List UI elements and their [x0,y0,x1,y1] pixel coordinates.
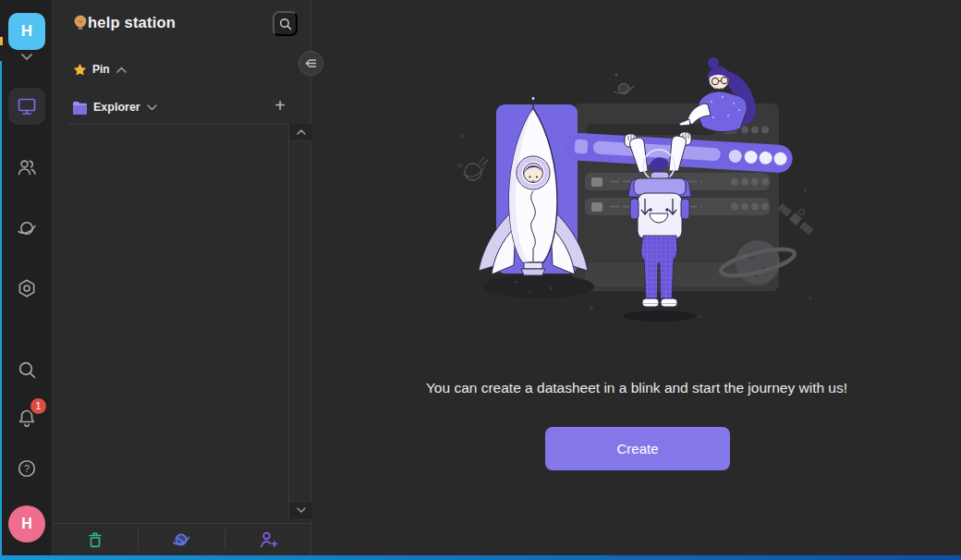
window-bottom-border [0,555,961,560]
search-icon [16,359,38,381]
svg-text:?: ? [24,463,30,474]
monitor-icon [16,95,38,117]
people-icon [16,156,38,178]
gear-icon [16,277,38,299]
folder-icon [72,101,88,115]
question-icon: ? [16,457,38,480]
left-rail: H [0,0,53,555]
chevron-down-icon [146,103,158,112]
pin-section-label: Pin [92,63,110,76]
rail-item-settings[interactable] [8,270,45,307]
empty-state-message: You can create a datasheet in a blink an… [312,380,961,396]
empty-state-illustration [434,51,832,337]
planet-icon [171,530,191,550]
app-window: H [0,0,961,560]
person-add-icon [258,530,278,550]
doodle-saturn-small [614,74,634,94]
catalog-section-label: Explorer [93,101,140,114]
space-title: help station [88,14,176,31]
planet-icon [16,217,38,239]
panel-search-button[interactable] [273,11,298,36]
rail-item-workbench[interactable] [8,88,45,125]
node-tree-empty [53,125,287,522]
collapse-sidebar-button[interactable] [298,51,323,76]
create-datasheet-button[interactable]: Create [545,427,730,470]
scroll-down-button[interactable] [289,501,312,518]
add-node-button[interactable]: + [269,95,291,117]
workspace-avatar[interactable]: H [8,13,45,50]
window-left-border [0,61,2,555]
rail-item-explore[interactable] [8,210,45,247]
chevron-down-icon[interactable] [17,51,37,64]
left-edge-marker [0,37,3,45]
notification-badge: 1 [30,398,46,414]
panel-footer [53,523,310,555]
user-avatar[interactable]: H [8,505,45,542]
search-icon [278,17,293,31]
rail-item-search[interactable] [8,351,45,388]
doodle-satellite [777,197,819,236]
trash-button[interactable] [53,524,138,555]
collapse-sidebar-icon [304,56,318,70]
invite-member-button[interactable] [225,524,310,555]
scroll-up-button[interactable] [289,124,312,141]
star-icon [73,63,87,77]
doodle-sketch-planet [458,135,489,181]
chevron-up-icon [116,66,128,74]
template-planet-button[interactable] [139,524,224,555]
trash-icon [86,530,104,549]
rail-item-contacts[interactable] [8,149,45,186]
tree-scrollbar[interactable] [288,124,311,518]
rail-item-help[interactable]: ? [8,450,45,487]
catalog-section-toggle[interactable]: Explorer [72,98,158,116]
lightbulb-icon [73,14,88,32]
pin-section-toggle[interactable]: Pin [73,61,128,78]
woman-character [679,57,756,132]
explorer-panel: help station Pin Explorer + [53,0,311,555]
